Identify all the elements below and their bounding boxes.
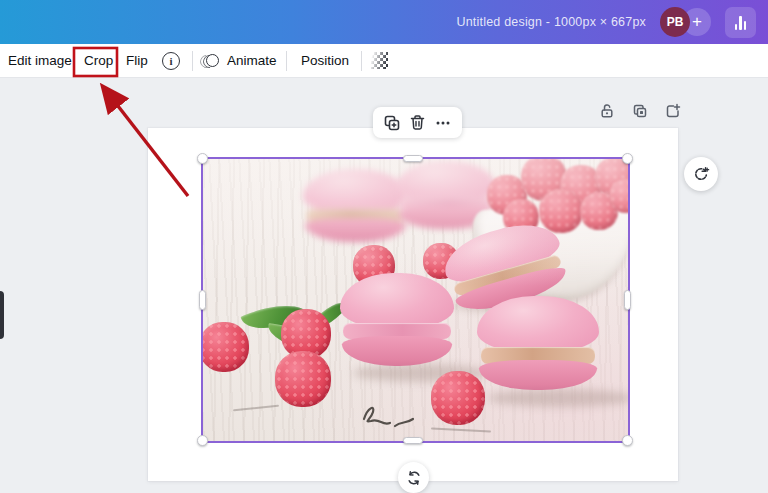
photo-macaron	[340, 273, 454, 373]
edit-image-button[interactable]: Edit image	[8, 44, 72, 77]
lock-button[interactable]	[598, 102, 616, 120]
position-button[interactable]: Position	[301, 44, 349, 77]
context-toolbar: Edit image Crop Flip i Animate Position	[0, 44, 768, 78]
selection-handle-bottom-right[interactable]	[622, 435, 633, 446]
selection-handle-top[interactable]	[403, 155, 423, 162]
toolbar-divider	[361, 51, 362, 71]
photo-raspberry	[203, 322, 249, 372]
element-toolbar	[373, 107, 462, 138]
add-page-icon	[665, 103, 681, 119]
duplicate-button[interactable]	[382, 113, 402, 133]
delete-button[interactable]	[408, 113, 428, 133]
avatar[interactable]: PB	[660, 7, 690, 37]
animate-label: Animate	[227, 53, 277, 68]
canva-editor: Untitled design - 1000px × 667px PB + Ed…	[0, 0, 768, 493]
flip-button[interactable]: Flip	[126, 44, 148, 77]
photo-raspberry	[431, 371, 485, 425]
add-page-button[interactable]	[664, 102, 682, 120]
chart-bars-icon	[744, 21, 747, 30]
more-button[interactable]	[433, 113, 453, 133]
flip-rotate-button[interactable]	[684, 157, 718, 191]
unlock-icon	[599, 103, 615, 119]
page-controls	[598, 100, 682, 122]
rotate-plus-icon	[692, 165, 710, 183]
selection-handle-top-left[interactable]	[197, 153, 208, 164]
selection-handle-left[interactable]	[199, 290, 206, 310]
selection-handle-top-right[interactable]	[622, 153, 633, 164]
toolbar-divider	[192, 51, 193, 71]
transparency-checker-icon	[371, 52, 388, 69]
photo-raspberry	[275, 351, 331, 407]
selection-handle-right[interactable]	[624, 290, 631, 310]
copy-page-icon	[632, 103, 648, 119]
rotate-icon	[406, 470, 422, 486]
insights-button[interactable]	[725, 7, 756, 38]
toolbar-divider	[286, 51, 287, 71]
photo-scratch	[233, 405, 279, 412]
info-icon: i	[162, 52, 180, 70]
trash-icon	[409, 114, 426, 131]
animate-button[interactable]: Animate	[202, 44, 277, 77]
rotate-handle[interactable]	[398, 462, 429, 493]
info-button[interactable]: i	[162, 44, 180, 77]
duplicate-page-button[interactable]	[631, 102, 649, 120]
photo-macaron	[477, 296, 599, 398]
top-bar: Untitled design - 1000px × 667px PB +	[0, 0, 768, 44]
photo-scratch	[431, 427, 491, 432]
selection-handle-bottom-left[interactable]	[197, 435, 208, 446]
chart-bars-icon	[739, 16, 742, 30]
selection-handle-bottom[interactable]	[403, 437, 423, 444]
more-ellipsis-icon	[434, 114, 452, 132]
crop-button[interactable]: Crop	[84, 44, 113, 77]
photo-squiggle	[358, 399, 418, 433]
photo-depth-blur	[203, 159, 628, 286]
chart-bars-icon	[735, 24, 738, 30]
design-title[interactable]: Untitled design - 1000px × 667px	[456, 15, 646, 29]
transparency-button[interactable]	[371, 44, 388, 77]
selected-image[interactable]	[203, 159, 628, 441]
duplicate-icon	[383, 114, 401, 132]
sidebar-handle[interactable]	[0, 291, 4, 339]
animate-motion-icon	[202, 52, 220, 70]
